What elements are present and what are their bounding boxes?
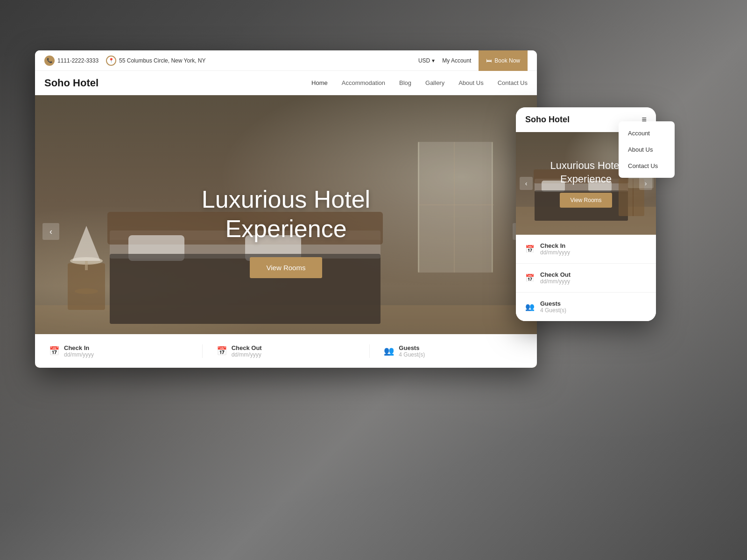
hero-content: Luxurious Hotel Experience View Rooms: [202, 185, 370, 278]
book-now-label: Book Now: [494, 57, 520, 64]
nav-contact[interactable]: Contact Us: [498, 79, 528, 86]
dropdown-contact[interactable]: Contact Us: [619, 158, 675, 174]
checkout-label: Check Out: [232, 344, 262, 351]
svg-point-11: [75, 288, 98, 294]
hero-title-line1: Luxurious Hotel: [202, 186, 370, 213]
checkout-icon: 📅: [217, 346, 227, 356]
hotel-logo: Soho Hotel: [44, 77, 311, 89]
nav-about[interactable]: About Us: [458, 79, 483, 86]
guests-field[interactable]: 👥 Guests 4 Guest(s): [370, 344, 537, 358]
address-contact: 📍 55 Columbus Circle, New York, NY: [106, 56, 205, 66]
hero-title: Luxurious Hotel Experience: [202, 185, 370, 243]
view-rooms-button[interactable]: View Rooms: [250, 257, 323, 278]
hero-prev-arrow[interactable]: ‹: [42, 223, 59, 240]
book-now-button[interactable]: 🛏 Book Now: [479, 50, 528, 71]
checkin-icon: 📅: [49, 346, 59, 356]
checkin-text: Check In dd/mm/yyyy: [64, 344, 94, 358]
nav-bar: Soho Hotel Home Accommodation Blog Galle…: [35, 71, 537, 95]
svg-rect-10: [85, 261, 88, 270]
booking-bar: 📅 Check In dd/mm/yyyy 📅 Check Out dd/mm/…: [35, 334, 537, 368]
currency-label: USD: [418, 57, 430, 64]
mobile-view-rooms-button[interactable]: View Rooms: [560, 193, 612, 208]
location-icon: 📍: [106, 56, 116, 66]
mobile-logo: Soho Hotel: [525, 115, 570, 125]
phone-number: 1111-2222-3333: [57, 57, 99, 64]
svg-rect-14: [492, 142, 493, 273]
mobile-guests-icon: 👥: [525, 302, 535, 311]
mobile-checkout-icon: 📅: [525, 273, 535, 282]
my-account-button[interactable]: My Account: [442, 57, 471, 64]
mobile-hero-content: Luxurious Hotel Experience View Rooms: [550, 159, 622, 207]
checkin-field[interactable]: 📅 Check In dd/mm/yyyy: [35, 344, 203, 358]
guests-text: Guests 4 Guest(s): [399, 344, 425, 358]
mobile-booking-section: 📅 Check In dd/mm/yyyy 📅 Check Out dd/mm/…: [516, 235, 656, 321]
mobile-checkout-text: Check Out dd/mm/yyyy: [540, 271, 571, 285]
phone-icon: 📞: [44, 56, 55, 66]
nav-gallery[interactable]: Gallery: [425, 79, 444, 86]
dropdown-menu: Account About Us Contact Us: [619, 121, 675, 178]
mobile-guests-label: Guests: [540, 300, 566, 307]
checkout-value: dd/mm/yyyy: [232, 351, 262, 358]
guests-label: Guests: [399, 344, 425, 351]
checkin-label: Check In: [64, 344, 94, 351]
nav-links: Home Accommodation Blog Gallery About Us…: [311, 79, 528, 86]
mobile-checkin-icon: 📅: [525, 245, 535, 253]
checkout-text: Check Out dd/mm/yyyy: [232, 344, 262, 358]
mobile-title-line1: Luxurious Hotel: [550, 160, 622, 171]
phone-contact: 📞 1111-2222-3333: [44, 56, 99, 66]
mobile-hero-title: Luxurious Hotel Experience: [550, 159, 622, 186]
nav-accommodation[interactable]: Accommodation: [342, 79, 385, 86]
checkin-value: dd/mm/yyyy: [64, 351, 94, 358]
guests-icon: 👥: [384, 346, 394, 356]
mobile-checkin-text: Check In dd/mm/yyyy: [540, 242, 570, 256]
currency-selector[interactable]: USD ▾: [418, 57, 435, 64]
desktop-window: 📞 1111-2222-3333 📍 55 Columbus Circle, N…: [35, 50, 537, 368]
mobile-guests-text: Guests 4 Guest(s): [540, 300, 566, 314]
mobile-guests-value: 4 Guest(s): [540, 307, 566, 314]
guests-value: 4 Guest(s): [399, 351, 425, 358]
svg-rect-13: [418, 142, 419, 273]
mobile-next-arrow[interactable]: ›: [639, 177, 652, 190]
dropdown-account[interactable]: Account: [619, 125, 675, 141]
mobile-guests-field[interactable]: 👥 Guests 4 Guest(s): [516, 293, 656, 321]
hero-section: ‹ Luxurious Hotel Experience View Rooms …: [35, 95, 537, 368]
currency-dropdown-icon: ▾: [432, 57, 435, 64]
mobile-checkout-label: Check Out: [540, 271, 571, 278]
mobile-checkin-label: Check In: [540, 242, 570, 249]
top-bar-left: 📞 1111-2222-3333 📍 55 Columbus Circle, N…: [44, 56, 409, 66]
book-icon: 🛏: [486, 57, 492, 64]
mobile-title-line2: Experience: [560, 173, 612, 185]
hero-title-line2: Experience: [225, 215, 346, 242]
address-text: 55 Columbus Circle, New York, NY: [119, 57, 205, 64]
top-bar-right: USD ▾ My Account 🛏 Book Now: [418, 50, 528, 71]
dropdown-about[interactable]: About Us: [619, 141, 675, 158]
svg-rect-12: [418, 142, 493, 273]
nav-blog[interactable]: Blog: [399, 79, 411, 86]
mobile-checkin-field[interactable]: 📅 Check In dd/mm/yyyy: [516, 235, 656, 264]
mobile-checkout-value: dd/mm/yyyy: [540, 278, 571, 285]
nav-home[interactable]: Home: [311, 79, 328, 86]
mobile-checkin-value: dd/mm/yyyy: [540, 249, 570, 256]
mobile-prev-arrow[interactable]: ‹: [520, 177, 533, 190]
checkout-field[interactable]: 📅 Check Out dd/mm/yyyy: [203, 344, 370, 358]
mobile-checkout-field[interactable]: 📅 Check Out dd/mm/yyyy: [516, 264, 656, 293]
top-bar: 📞 1111-2222-3333 📍 55 Columbus Circle, N…: [35, 50, 537, 71]
svg-marker-9: [72, 226, 100, 261]
